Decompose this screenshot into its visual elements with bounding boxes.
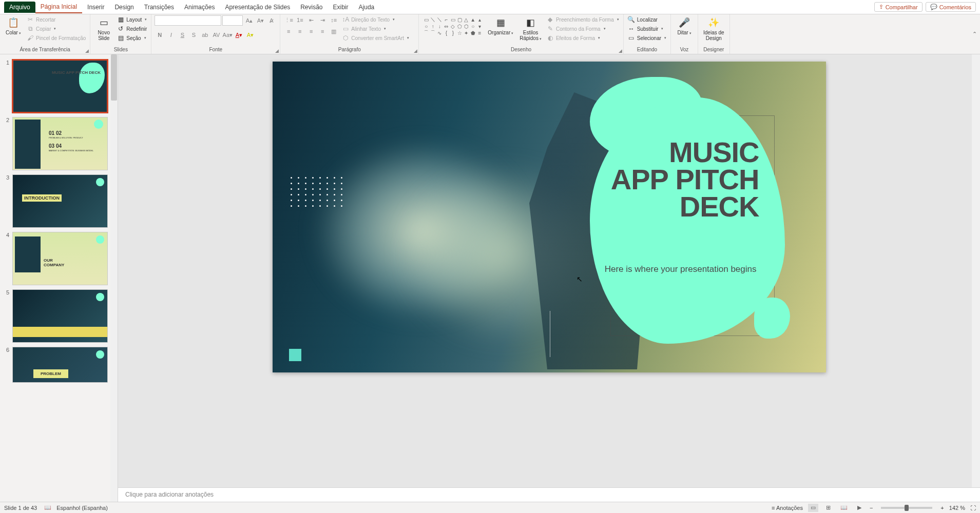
zoom-level[interactable]: 142 % [949,505,965,511]
thumbnail-slide-5[interactable] [12,289,108,343]
thumbnail-slide-2[interactable]: 01 02 PROBLEM & SOLUTION PRODUCT 03 04 M… [12,117,108,170]
case-button[interactable]: Aa▾ [222,30,233,40]
slideshow-view-button[interactable]: ▶ [854,504,864,512]
share-button[interactable]: ⇪Compartilhar [874,2,923,12]
decrease-font-button[interactable]: A▾ [255,15,265,26]
comments-button[interactable]: 💬Comentários [926,2,976,12]
indent-dec-button[interactable]: ⇤ [306,15,316,25]
shape-textbox-icon[interactable]: ▭ [423,16,429,23]
slide-thumbnails-panel[interactable]: 1 MUSIC APP PITCH DECK 2 01 02 PROBLEM &… [0,54,118,502]
slide-subtitle[interactable]: Here is where your presentation begins [605,264,757,274]
thumbnail-slide-3[interactable]: INTRODUCTION [12,174,108,228]
shape-outline-button[interactable]: ✎Contorno da Forma▾ [546,25,620,33]
replace-button[interactable]: ↔Substituir▾ [627,25,667,33]
design-ideas-button[interactable]: ✨ Ideias de Design [701,15,726,42]
quick-styles-button[interactable]: ◧ Estilos Rápidos▾ [517,15,544,42]
align-left-button[interactable]: ≡ [283,27,294,36]
notes-pane[interactable]: Clique para adicionar anotações [118,487,980,502]
paragraph-launcher[interactable]: ◢ [414,48,417,53]
drawing-launcher[interactable]: ◢ [619,48,622,53]
font-size-input[interactable] [222,15,243,26]
tab-file[interactable]: Arquivo [4,2,35,13]
zoom-in-button[interactable]: + [940,505,944,511]
cut-button[interactable]: ✂Recortar [26,15,87,24]
group-label-paragraph: Parágrafo [283,47,415,53]
justify-button[interactable]: ≡ [317,27,328,36]
design-ideas-icon: ✨ [707,16,720,29]
select-button[interactable]: ▭Selecionar▾ [627,34,667,42]
tab-review[interactable]: Revisão [295,2,328,13]
line-spacing-button[interactable]: ↕≡ [329,15,339,25]
ribbon: 📋 Colar▾ ✂Recortar ⧉Copiar▾ 🖌Pincel de F… [0,14,980,54]
tab-transitions[interactable]: Transições [139,2,179,13]
slide-canvas[interactable]: MUSIC APP PITCH DECK Here is where your … [273,62,826,372]
normal-view-button[interactable]: ▭ [808,504,818,512]
smartart-button[interactable]: ⬡Converter em SmartArt▾ [341,34,410,42]
bold-button[interactable]: N [155,30,165,40]
format-painter-button[interactable]: 🖌Pincel de Formatação [26,34,87,42]
paste-icon: 📋 [7,16,20,29]
columns-button[interactable]: ▥ [329,27,339,36]
thumbnail-slide-6[interactable]: PROBLEM [12,347,108,383]
dictate-button[interactable]: 🎤 Ditar▾ [674,15,695,36]
layout-button[interactable]: ▦Layout▾ [116,15,148,24]
italic-button[interactable]: I [166,30,176,40]
spacing-button[interactable]: AV [211,30,221,40]
editor-scrollbar-vertical[interactable] [972,54,980,487]
copy-button[interactable]: ⧉Copiar▾ [26,25,87,33]
thumbnail-slide-4[interactable]: OUR COMPANY [12,232,108,285]
tab-slideshow[interactable]: Apresentação de Slides [220,2,295,13]
tab-design[interactable]: Design [109,2,139,13]
arrange-icon: ▦ [494,16,507,29]
canvas-area[interactable]: MUSIC APP PITCH DECK Here is where your … [118,54,980,487]
bullets-button[interactable]: ⋮≡ [283,15,294,25]
underline-button[interactable]: S [177,30,187,40]
slide-title[interactable]: MUSIC APP PITCH DECK [611,139,759,221]
new-slide-button[interactable]: ▭ Novo Slide [93,15,114,42]
new-slide-icon: ▭ [98,16,110,29]
language-indicator[interactable]: Espanhol (Espanha) [56,505,108,511]
zoom-out-button[interactable]: − [870,505,873,511]
numbering-button[interactable]: 1≡ [295,15,305,25]
collapse-ribbon-button[interactable]: ⌃ [972,31,977,37]
font-name-input[interactable] [155,15,221,26]
section-button[interactable]: ▤Seção▾ [116,34,148,42]
tab-view[interactable]: Exibir [328,2,354,13]
shape-fill-button[interactable]: ◆Preenchimento da Forma▾ [546,15,620,24]
zoom-slider-handle[interactable] [905,505,909,511]
find-button[interactable]: 🔍Localizar [627,15,667,24]
align-icon: ▭ [342,25,349,32]
brush-icon: 🖌 [27,34,34,42]
tab-help[interactable]: Ajuda [354,2,380,13]
font-launcher[interactable]: ◢ [275,48,279,53]
increase-font-button[interactable]: A▴ [244,15,254,26]
indent-inc-button[interactable]: ⇥ [317,15,328,25]
align-text-button[interactable]: ▭Alinhar Texto▾ [341,25,410,33]
align-center-button[interactable]: ≡ [295,27,305,36]
tab-home[interactable]: Página Inicial [35,1,82,13]
notes-toggle[interactable]: ≡ Anotações [772,505,803,511]
paste-button[interactable]: 📋 Colar▾ [3,15,24,36]
shapes-gallery[interactable]: ▭＼＼⌐▭▢△▲▴ ○↑↓⇔◇⬠⬡○▾ ⌒⌒∿{}☆✦⬟≡ [422,15,484,37]
thumbnails-scrollbar[interactable] [110,54,118,502]
highlight-button[interactable]: A▾ [245,30,255,40]
shadow-button[interactable]: ab [200,30,210,40]
strike-button[interactable]: S [188,30,199,40]
arrange-button[interactable]: ▦ Organizar▾ [486,15,515,36]
font-color-button[interactable]: A▾ [234,30,244,40]
spellcheck-icon[interactable]: 📖 [44,504,51,511]
tab-insert[interactable]: Inserir [82,2,109,13]
reset-button[interactable]: ↺Redefinir [116,25,148,33]
clear-format-button[interactable]: A̷ [266,15,277,26]
tab-animations[interactable]: Animações [179,2,220,13]
sorter-view-button[interactable]: ⊞ [823,504,834,512]
fit-window-button[interactable]: ⛶ [970,505,976,511]
reading-view-button[interactable]: 📖 [839,504,849,512]
scrollbar-handle[interactable] [111,54,117,101]
shape-effects-button[interactable]: ◐Efeitos de Forma▾ [546,34,620,42]
text-direction-button[interactable]: ↕ADireção do Texto▾ [341,15,410,24]
align-right-button[interactable]: ≡ [306,27,316,36]
zoom-slider[interactable] [881,507,932,509]
clipboard-launcher[interactable]: ◢ [85,48,89,53]
thumbnail-slide-1[interactable]: MUSIC APP PITCH DECK [12,60,108,113]
